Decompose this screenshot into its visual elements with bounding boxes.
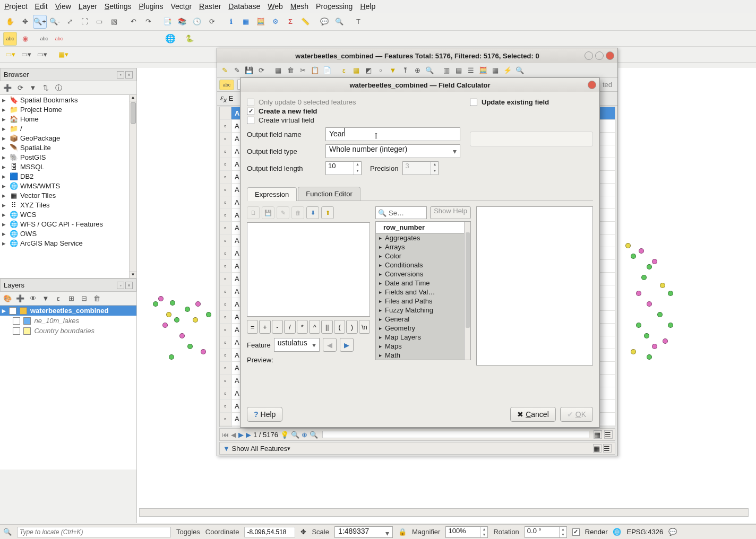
update-existing-checkbox[interactable] [470,99,477,106]
function-group[interactable]: ▸Geometry [376,324,470,333]
menu-view[interactable]: View [55,2,71,11]
refresh-icon[interactable]: ⟳ [205,15,219,29]
delete-field-icon[interactable]: ▤ [453,65,464,76]
operator-button[interactable]: = [247,320,258,334]
layer-expression-icon[interactable]: ε [53,293,64,304]
lock-icon[interactable]: 🔒 [398,528,407,536]
attr-close-icon[interactable] [606,51,614,60]
browser-item[interactable]: ▸🐘PostGIS [0,152,136,162]
crs-label[interactable]: EPSG:4326 [626,528,663,536]
attr-abc-icon[interactable]: abc [219,80,234,90]
new-field-icon[interactable]: ▥ [441,65,452,76]
zoom-full-icon[interactable]: ⛶ [78,15,91,29]
prev-record-icon[interactable]: ◀ [231,431,236,439]
select-all-rows-icon[interactable]: ▦ [351,65,362,76]
menu-project[interactable]: Project [4,2,28,11]
attr-maximize-icon[interactable] [595,51,604,60]
operator-button[interactable]: * [297,320,308,334]
function-group[interactable]: ▸Files and Paths [376,297,470,306]
attr-form-view-icon[interactable]: ▦ [593,444,602,453]
layer-expand-icon[interactable]: ⊞ [66,293,76,304]
zoom-last-icon[interactable]: ↶ [126,15,140,29]
func-scrollbar[interactable] [464,222,470,360]
zoom-native-icon[interactable]: ⤢ [63,15,76,29]
cut-icon[interactable]: ✂ [297,65,308,76]
function-search-input[interactable]: 🔍 Se… [375,206,427,219]
browser-item[interactable]: ▸🔖Spatial Bookmarks [0,95,136,105]
function-group[interactable]: ▸Fuzzy Matching [376,306,470,315]
function-group[interactable]: ▸Conditionals [376,260,470,270]
menu-settings[interactable]: Settings [105,2,132,11]
play-icon[interactable]: ▶ [238,431,244,439]
expr-import-icon[interactable]: ⬇ [306,206,319,219]
layers-undock-icon[interactable]: ▫ [117,282,124,289]
browser-tree[interactable]: ▸🔖Spatial Bookmarks▸📁Project Home▸🏠Home▸… [0,95,136,279]
create-virtual-checkbox[interactable] [247,117,254,124]
new-bookmark-icon[interactable]: 📑 [160,15,174,29]
filter-selection-icon[interactable]: ▼ [388,65,398,76]
menu-processing[interactable]: Processing [316,2,353,11]
crs-icon[interactable]: 🌐 [613,528,621,536]
coordinate-input[interactable] [244,527,295,537]
function-group[interactable]: ▸Map Layers [376,333,470,342]
function-group[interactable]: ▸Date and Time [376,279,470,288]
layer-row[interactable]: ne_10m_lakes [0,316,136,326]
first-record-icon[interactable]: ⏮ [222,431,229,439]
pan-to-icon[interactable]: ⊕ [412,65,423,76]
feature-select[interactable]: ustulatus [274,338,320,352]
processing-icon[interactable]: ⚙ [269,15,282,29]
operator-button[interactable]: - [272,320,283,334]
cancel-button[interactable]: ✖ Cancel [510,407,556,422]
browser-item[interactable]: ▸▦Vector Tiles [0,190,136,200]
copy-icon[interactable]: 📋 [310,65,320,76]
function-row-number[interactable]: row_number [376,222,470,233]
locator-input[interactable] [17,527,171,537]
statistics-icon[interactable]: Σ [284,15,297,29]
paste-icon[interactable]: 📄 [322,65,332,76]
toggle-edit-icon[interactable]: ✎ [219,65,230,76]
menu-plugins[interactable]: Plugins [139,2,163,11]
add-feature-icon[interactable]: ▦ [273,65,284,76]
delete-selected-icon[interactable]: 🗑 [285,65,296,76]
zoom-next-icon[interactable]: ↷ [141,15,155,29]
select-expr-icon[interactable]: ε [339,65,349,76]
browser-item[interactable]: ▸🪶SpatiaLite [0,143,136,152]
menu-mesh[interactable]: Mesh [290,2,308,11]
label-pin-icon[interactable]: abc [37,32,51,46]
attr-window-title[interactable]: waterbeetles_combined — Features Total: … [217,48,617,63]
expression-textarea[interactable] [247,222,370,317]
browser-close-icon[interactable]: × [125,71,133,79]
attr-minimize-icon[interactable] [585,51,593,60]
browser-undock-icon[interactable]: ▫ [117,71,124,79]
add-layer-icon[interactable]: ➕ [2,83,13,93]
show-help-button[interactable]: Show Help [430,206,471,219]
pan-selection-icon[interactable]: ✥ [18,15,32,29]
browser-scrollbar[interactable]: ▲ ▼ [129,95,136,278]
zoom-in-icon[interactable]: 🔍+ [33,15,47,29]
output-type-select[interactable]: Whole number (integer) [325,144,460,158]
function-group[interactable]: ▸Maps [376,342,470,351]
label-diagram-icon[interactable]: ◉ [18,32,32,46]
collapse-icon[interactable]: ⇅ [40,83,51,93]
select-all-icon[interactable]: ▦▾ [56,48,70,62]
metasearch-icon[interactable]: 🌐 [164,32,177,46]
tab-expression[interactable]: Expression [247,187,297,201]
layer-row[interactable]: Country boundaries [0,326,136,336]
operator-button[interactable]: || [321,320,332,334]
expr-export-icon[interactable]: ⬆ [321,206,334,219]
layer-row[interactable]: ▸ ✓waterbeetles_combined [0,306,136,316]
field-calc-icon[interactable]: 🧮 [478,65,488,76]
feature-prev-icon[interactable]: ◀ [323,338,337,352]
python-console-icon[interactable]: 🐍 [183,32,196,46]
deselect-all-icon[interactable]: ▫ [375,65,386,76]
next-record-icon[interactable]: ▶ [246,431,251,439]
function-list[interactable]: row_number ▸Aggregates▸Arrays▸Color▸Cond… [375,221,471,360]
ok-button[interactable]: ✔ OK [560,407,593,422]
pan-icon[interactable]: ✋ [3,15,17,29]
deselect-icon[interactable]: ▭▾ [35,48,49,62]
attr-hscroll[interactable] [322,431,589,438]
function-group[interactable]: ▸Arrays [376,242,470,251]
show-bookmarks-icon[interactable]: 📚 [175,15,189,29]
function-group[interactable]: ▸Aggregates [376,233,470,242]
operator-button[interactable]: ) [346,320,357,334]
